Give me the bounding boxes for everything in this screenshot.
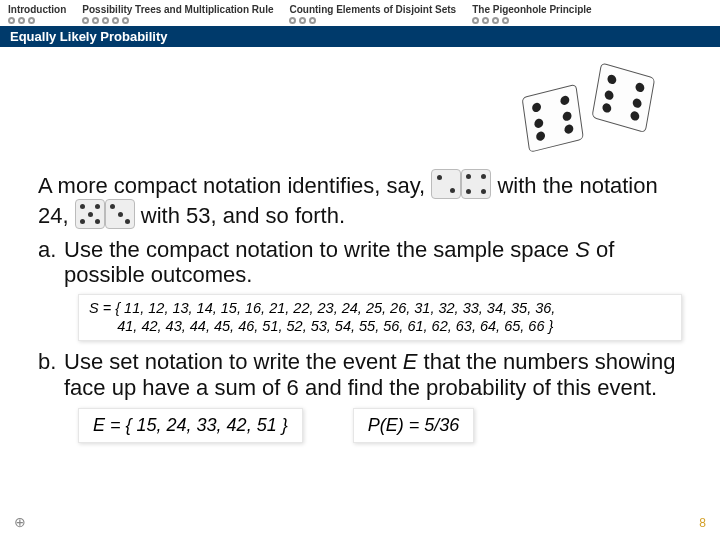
nav-item-possibility[interactable]: Possibility Trees and Multiplication Rul… (74, 0, 281, 26)
var-e: E (386, 415, 398, 435)
progress-dots (82, 17, 273, 24)
var-p: P (368, 415, 380, 435)
text: A more compact notation identifies, say, (38, 173, 431, 198)
progress-dots (8, 17, 66, 24)
page-number: 8 (699, 516, 706, 530)
intro-paragraph: A more compact notation identifies, say,… (38, 169, 682, 229)
corner-glyph: ⊕ (14, 514, 26, 530)
nav-label: Introduction (8, 4, 66, 15)
question-a: a. Use the compact notation to write the… (38, 237, 682, 288)
var-e: E (403, 349, 418, 374)
die-icon-2 (431, 169, 461, 199)
probability-box: P(E) = 5/36 (353, 408, 475, 443)
question-b: b. Use set notation to write the event E… (38, 349, 682, 400)
nav-item-pigeonhole[interactable]: The Pigeonhole Principle (464, 0, 599, 26)
list-marker: b. (38, 349, 64, 400)
nav-label: Counting Elements of Disjoint Sets (289, 4, 456, 15)
var-s: S (89, 300, 99, 316)
text: = { 15, 24, 33, 42, 51 } (105, 415, 288, 435)
die-icon-5 (75, 199, 105, 229)
nav-label: Possibility Trees and Multiplication Rul… (82, 4, 273, 15)
var-e: E (93, 415, 105, 435)
progress-dots (472, 17, 591, 24)
nav-label: The Pigeonhole Principle (472, 4, 591, 15)
progress-dots (289, 17, 456, 24)
list-marker: a. (38, 237, 64, 288)
text: = { 11, 12, 13, 14, 15, 16, 21, 22, 23, … (99, 300, 556, 316)
text: ) = 5/36 (398, 415, 460, 435)
text: 41, 42, 43, 44, 45, 46, 51, 52, 53, 54, … (117, 318, 553, 334)
nav-item-disjoint[interactable]: Counting Elements of Disjoint Sets (281, 0, 464, 26)
die-icon-4 (461, 169, 491, 199)
event-set-box: E = { 15, 24, 33, 42, 51 } (78, 408, 303, 443)
text: Use the compact notation to write the sa… (64, 237, 575, 262)
die-icon-3 (105, 199, 135, 229)
var-s: S (575, 237, 590, 262)
text: with 53, and so forth. (141, 203, 345, 228)
section-nav: Introduction Possibility Trees and Multi… (0, 0, 720, 26)
slide-subheading: Equally Likely Probability (0, 26, 720, 47)
nav-item-intro[interactable]: Introduction (0, 0, 74, 26)
text: Use set notation to write the event (64, 349, 403, 374)
sample-space-box: S = { 11, 12, 13, 14, 15, 16, 21, 22, 23… (78, 294, 682, 342)
